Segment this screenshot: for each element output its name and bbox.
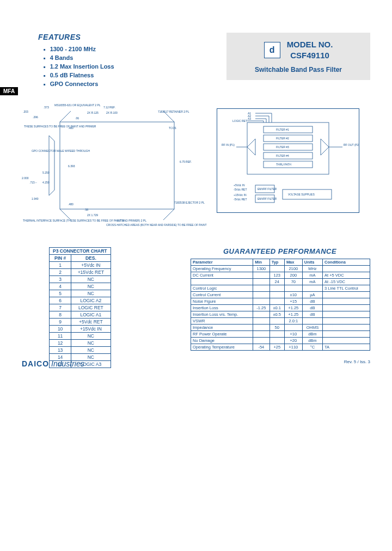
svg-text:←: ←	[35, 181, 38, 184]
table-row: 11NC	[50, 333, 111, 340]
table-row: 7LOGIC RET	[50, 304, 111, 311]
footer: DAICO Industries Rev. 5 / Iss. 3	[22, 359, 370, 368]
svg-text:7183517 RETAINER 2 PL: 7183517 RETAINER 2 PL	[158, 110, 189, 113]
svg-text:RF IN (P1): RF IN (P1)	[222, 143, 235, 146]
model-box: d MODEL NO. CSF49110 Switchable Band Pas…	[226, 33, 370, 80]
performance-table-section: GUARANTEED PERFORMANCE Parameter Min Typ…	[191, 247, 370, 351]
table-row: 13NC	[50, 347, 111, 354]
svg-text:6.393: 6.393	[68, 164, 75, 168]
svg-text:.573: .573	[44, 106, 49, 109]
table-row: 2+15Vdc RET	[50, 269, 111, 276]
table-row: 6LOGIC A2	[50, 297, 111, 304]
model-subtitle: Switchable Band Pass Filter	[233, 66, 364, 74]
table-row: RF Power Operate+10dBm	[191, 331, 370, 338]
svg-text:4.250: 4.250	[42, 181, 50, 184]
svg-text:2.000: 2.000	[22, 176, 29, 180]
svg-text:TCCS: TCCS	[169, 126, 176, 130]
svg-text:.715: .715	[29, 181, 35, 184]
table-row: Insertion Loss vrs. Temp.±0.5+1.25dB	[191, 311, 370, 318]
feature-item: 4 Bands	[44, 54, 196, 61]
svg-text:FILTER #2: FILTER #2	[276, 137, 289, 140]
pin-table-title: P3 CONNECTOR CHART	[50, 248, 111, 255]
svg-text:RF OUT (P2): RF OUT (P2)	[344, 143, 359, 146]
features-heading: FEATURES	[38, 33, 196, 41]
table-row: Operating Frequency13002100MHz	[191, 266, 370, 272]
feature-item: GPO Connectors	[44, 81, 196, 87]
svg-text:.58: .58	[84, 208, 88, 211]
table-row: Impedance50OHMS	[191, 325, 370, 331]
svg-text:FILTER #4: FILTER #4	[276, 154, 289, 157]
feature-item: 1300 - 2100 MHz	[44, 46, 196, 52]
svg-text:MS16555-631 OR EQUIVALENT 2 PL: MS16555-631 OR EQUIVALENT 2 PL	[54, 103, 101, 107]
block-diagram: A1 A2 A3 LOGIC RET RF IN (P1) RF OUT (P2…	[217, 108, 359, 213]
pin-connector-table: P3 CONNECTOR CHART PIN # DES. 1+5Vdc IN2…	[49, 247, 111, 368]
svg-text:+5Vdc IN: +5Vdc IN	[234, 183, 245, 187]
table-row: Noise Figure+15dB	[191, 298, 370, 305]
daico-logo-icon: d	[264, 42, 280, 58]
svg-text:2X R.100: 2X R.100	[106, 111, 118, 114]
features-list: 1300 - 2100 MHz 4 Bands 1.2 Max Insertio…	[44, 46, 196, 87]
mechanical-drawing: 7.12 REF. 6.75 REF. .203 .296 .573 MS165…	[22, 103, 207, 228]
svg-text:5.250: 5.250	[42, 171, 50, 174]
svg-text:FILTER #3: FILTER #3	[276, 145, 289, 149]
svg-text:2X 1.729: 2X 1.729	[87, 213, 98, 217]
table-row: VSWR2.0:1	[191, 318, 370, 325]
company-name: DAICO Industries	[22, 359, 84, 368]
svg-text:+15Vdc IN: +15Vdc IN	[234, 193, 247, 197]
svg-text:LOGIC RET: LOGIC RET	[232, 119, 247, 123]
svg-text:THERMAL INTERFACE SURFACE (THE: THERMAL INTERFACE SURFACE (THESE SURFACE…	[23, 219, 146, 222]
table-row: 9+5Vdc RET	[50, 319, 111, 326]
table-row: DC Current123200mAAt +5 VDC	[191, 272, 370, 279]
table-row: 1+5Vdc IN	[50, 262, 111, 269]
svg-text:6.75 REF.: 6.75 REF.	[180, 160, 192, 163]
svg-text:CROSS-HATCHED AREAS (BOTH NEAR: CROSS-HATCHED AREAS (BOTH NEAR AND FARSI…	[106, 223, 207, 226]
svg-text:GPO CONNECTOR MALE W/FEED THRO: GPO CONNECTOR MALE W/FEED THROUGH	[32, 149, 90, 152]
svg-text:FILTER #1: FILTER #1	[276, 128, 289, 131]
table-row: 4NC	[50, 283, 111, 290]
table-row: Insertion Loss-1.25±0.1+1.25dB	[191, 305, 370, 311]
table-row: 5NC	[50, 290, 111, 297]
svg-text:-5Vdc RET: -5Vdc RET	[234, 188, 247, 191]
svg-text:7183538 EJECTOR 2 PL: 7183538 EJECTOR 2 PL	[174, 201, 205, 204]
svg-text:EMI/RF FILTER: EMI/RF FILTER	[258, 197, 277, 200]
performance-heading: GUARANTEED PERFORMANCE	[223, 247, 370, 255]
svg-text:2X R.125: 2X R.125	[87, 111, 99, 114]
features-section: FEATURES 1300 - 2100 MHz 4 Bands 1.2 Max…	[22, 33, 196, 89]
svg-text:7.12 REF.: 7.12 REF.	[103, 106, 115, 109]
svg-text:A3: A3	[248, 117, 251, 120]
svg-text:THESE SURFACES TO BE FREE OF P: THESE SURFACES TO BE FREE OF PAINT AND P…	[24, 125, 96, 128]
svg-text:-5Vdc RET: -5Vdc RET	[234, 198, 247, 201]
table-row: Control Current±10µA	[191, 292, 370, 298]
svg-text:.06: .06	[75, 117, 79, 120]
feature-item: 1.2 Max Insertion Loss	[44, 63, 196, 70]
svg-rect-0	[60, 122, 174, 209]
feature-item: 0.5 dB Flatness	[44, 72, 196, 78]
mfa-tag: MFA	[0, 87, 18, 95]
table-row: 2470mAAt -15 VDC	[191, 279, 370, 285]
model-label: MODEL NO. CSF49110	[287, 39, 333, 60]
svg-text:1.940: 1.940	[32, 197, 39, 200]
svg-text:VOLTAGE SUPPLIES: VOLTAGE SUPPLIES	[288, 193, 315, 196]
table-row: Operating Temperature-54+25+110°CTA	[191, 344, 370, 351]
svg-text:.296: .296	[33, 115, 38, 119]
svg-text:THRU PATH: THRU PATH	[276, 163, 291, 166]
svg-text:.480: .480	[68, 203, 74, 206]
table-row: Control Logic3 Line TTL Control	[191, 285, 370, 292]
table-row: 3NC	[50, 276, 111, 283]
table-row: No Damage+20dBm	[191, 338, 370, 344]
table-row: 10+15Vdc IN	[50, 326, 111, 333]
table-row: 12NC	[50, 340, 111, 347]
revision-label: Rev. 5 / Iss. 3	[344, 359, 370, 368]
svg-text:.203: .203	[23, 110, 28, 113]
table-row: 8LOGIC A1	[50, 311, 111, 319]
svg-text:EMI/RF FILTER: EMI/RF FILTER	[258, 187, 277, 191]
